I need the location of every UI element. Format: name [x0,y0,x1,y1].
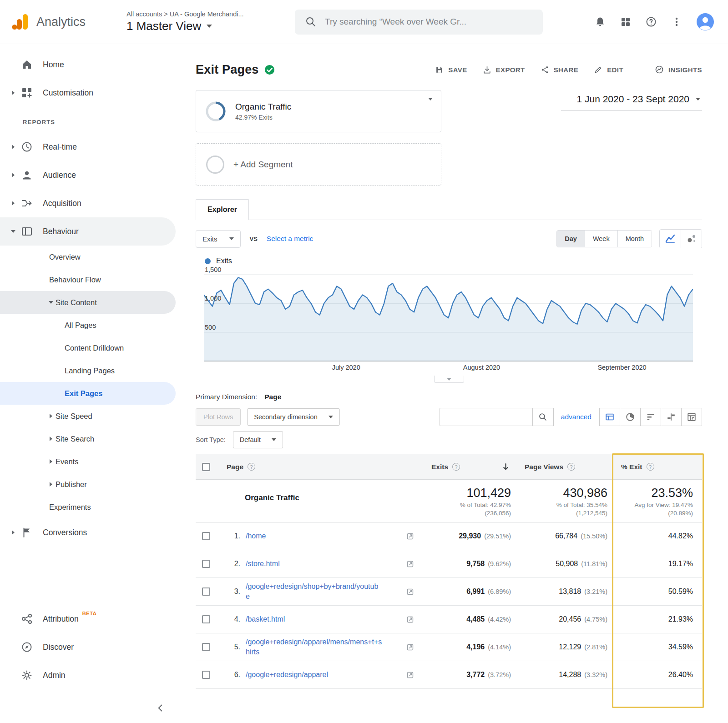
edit-button[interactable]: EDIT [594,65,623,74]
column-header-exits[interactable]: Exits ? [421,463,515,471]
page-link[interactable]: /google+redesign/shop+by+brand/youtube [246,582,382,601]
sidebar-item-experiments[interactable]: Experiments [0,496,176,518]
apps-grid-icon[interactable] [620,16,632,28]
data-table-view-icon[interactable] [599,408,620,426]
performance-view-icon[interactable] [640,408,661,426]
help-icon[interactable]: ? [647,463,654,471]
add-segment-button[interactable]: + Add Segment [196,143,441,186]
table-search-button[interactable] [533,408,554,426]
comparison-view-icon[interactable] [661,408,682,426]
chevron-down-icon [207,25,212,28]
help-icon[interactable] [645,16,657,28]
column-header-exit-pct[interactable]: % Exit ? [611,463,702,471]
page-link[interactable]: /basket.html [246,614,285,624]
sidebar-item-content-drilldown[interactable]: Content Drilldown [0,336,176,359]
sidebar-item-admin[interactable]: Admin [0,661,176,689]
sidebar-collapse-button[interactable] [156,703,166,713]
sidebar-item-site-content[interactable]: Site Content [0,291,176,314]
primary-dimension-page[interactable]: Page [264,393,281,401]
advanced-link[interactable]: advanced [561,413,592,421]
row-checkbox[interactable] [202,671,210,679]
avatar[interactable] [696,13,714,31]
export-button[interactable]: EXPORT [483,65,525,74]
save-button[interactable]: SAVE [435,65,467,74]
sidebar-item-home[interactable]: Home [0,50,176,79]
page-link[interactable]: /home [246,531,266,541]
open-in-new-icon[interactable] [406,616,421,623]
sidebar-item-all-pages[interactable]: All Pages [0,314,176,336]
sidebar-item-behaviour[interactable]: Behaviour [0,217,176,246]
page-views-value: 14,288 [559,671,581,679]
open-in-new-icon[interactable] [406,560,421,568]
select-metric-link[interactable]: Select a metric [267,235,313,243]
sidebar-item-behaviour-flow[interactable]: Behaviour Flow [0,268,176,291]
chevron-right-icon [8,201,18,206]
share-button[interactable]: SHARE [541,65,579,74]
open-in-new-icon[interactable] [406,588,421,596]
open-in-new-icon[interactable] [406,532,421,540]
exits-percent: (29.51%) [484,532,511,540]
column-header-page[interactable]: Page ? [217,463,421,471]
page-link[interactable]: /store.html [246,559,280,569]
help-icon[interactable]: ? [452,463,460,471]
sidebar-item-real-time[interactable]: Real-time [0,133,176,161]
row-checkbox[interactable] [202,643,210,651]
segment-card-organic-traffic[interactable]: Organic Traffic 42.97% Exits [196,90,441,132]
sidebar-item-site-speed[interactable]: Site Speed [0,405,176,427]
secondary-dimension-dropdown[interactable]: Secondary dimension [247,408,339,426]
breadcrumb[interactable]: All accounts > UA - Google Merchandi... [126,10,295,18]
sidebar-item-overview[interactable]: Overview [0,246,176,268]
row-checkbox[interactable] [202,560,210,568]
exit-rate-value: 34.59% [668,643,693,651]
metric-dropdown[interactable]: Exits [196,230,241,248]
chevron-down-icon[interactable] [428,98,433,100]
row-checkbox[interactable] [202,615,210,623]
sidebar-item-label: Overview [49,253,81,261]
notifications-bell-icon[interactable] [594,16,606,28]
column-header-page-views[interactable]: Page Views ? [515,463,611,471]
help-icon[interactable]: ? [248,463,255,471]
date-range-selector[interactable]: 1 Jun 2020 - 23 Sept 2020 [561,94,702,110]
sort-type-dropdown[interactable]: Default [233,431,283,448]
open-in-new-icon[interactable] [406,643,421,651]
view-selector[interactable]: 1 Master View [126,19,295,33]
sidebar-item-conversions[interactable]: Conversions [0,518,176,547]
tab-explorer[interactable]: Explorer [196,199,249,220]
percentage-view-icon[interactable] [620,408,641,426]
sidebar-item-attribution[interactable]: AttributionBETA [0,605,176,633]
sidebar-item-exit-pages[interactable]: Exit Pages [0,382,176,405]
analytics-logo[interactable]: Analytics [10,12,126,32]
pivot-view-icon[interactable] [681,408,702,426]
help-icon[interactable]: ? [567,463,575,471]
line-chart-icon[interactable] [660,230,681,248]
sidebar-item-landing-pages[interactable]: Landing Pages [0,359,176,382]
chart-collapse-button[interactable] [434,376,464,383]
row-checkbox[interactable] [202,532,210,540]
open-in-new-icon[interactable] [406,671,421,679]
sidebar-item-acquisition[interactable]: Acquisition [0,189,176,217]
sidebar-item-customisation[interactable]: Customisation [0,79,176,107]
granularity-day-button[interactable]: Day [557,231,585,247]
motion-chart-icon[interactable] [681,230,702,248]
insights-icon [655,65,664,74]
sidebar-item-audience[interactable]: Audience [0,161,176,189]
sidebar-item-publisher[interactable]: Publisher [0,473,176,496]
select-all-checkbox[interactable] [202,463,210,471]
granularity-month-button[interactable]: Month [617,231,652,247]
sidebar-item-discover[interactable]: Discover [0,633,176,661]
granularity-week-button[interactable]: Week [585,231,617,247]
row-checkbox[interactable] [202,587,210,596]
page-link[interactable]: /google+redesign/apparel/mens/mens+t+shi… [246,637,382,657]
plot-rows-button[interactable]: Plot Rows [196,408,241,426]
sidebar-item-site-search[interactable]: Site Search [0,427,176,450]
legend-dot-exits [205,258,211,264]
sort-descending-icon[interactable] [502,463,509,471]
attribution-icon [21,613,33,625]
table-search-input[interactable] [440,408,533,426]
sidebar-item-events[interactable]: Events [0,450,176,473]
page-link[interactable]: /google+redesign/apparel [246,670,328,680]
insights-button[interactable]: INSIGHTS [655,65,702,74]
global-search-input[interactable]: Try searching “Week over Week Gr... [295,10,543,35]
more-options-icon[interactable] [671,16,682,28]
sidebar: HomeCustomisationREPORTSReal-timeAudienc… [0,44,182,723]
